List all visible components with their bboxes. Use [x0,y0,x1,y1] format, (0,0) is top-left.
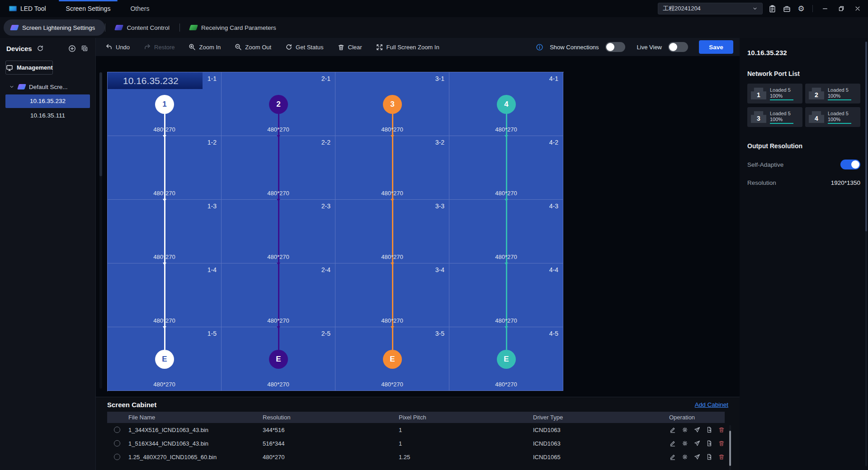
cabinet-cell-label: 1-5 [208,330,217,337]
port-marker-start[interactable]: 4 [497,95,516,114]
delete-icon[interactable] [718,453,725,461]
settings-icon[interactable] [681,426,689,433]
panel-scrollbar[interactable] [865,42,867,466]
connection-arrow-icon [505,199,508,202]
subtab-receiving-card[interactable]: Receiving Card Parameters [180,24,286,31]
cabinet-cell-size: 480*270 [449,126,563,133]
tab-screen-settings-label: Screen Settings [66,5,111,12]
port-meta: Loaded 5100% [828,87,851,100]
network-port-card[interactable]: 4Loaded 5100% [805,107,860,127]
resolution-value: 1920*1350 [831,179,860,186]
cabinet-cell-label: 4-3 [549,202,558,210]
live-view-label: Live View [637,44,662,51]
settings-icon[interactable] [681,440,689,447]
app-window: LED Tool Screen Settings Others 工程202412… [0,0,868,470]
row-radio-button[interactable] [114,454,120,460]
canvas-device-header: 10.16.35.232 [108,72,203,89]
live-view-toggle[interactable] [668,42,688,52]
table-row[interactable]: 1.25_480X270_ICND1065_60.bin480*2701.25I… [107,450,725,464]
zoom-in-icon [189,43,196,51]
subtab-screen-lightening[interactable]: Screen Lightening Settings [4,19,105,36]
clear-button[interactable]: Clear [337,43,362,51]
self-adaptive-toggle[interactable] [840,160,860,169]
subtab-content-control[interactable]: Content Control [105,24,179,31]
network-port-card[interactable]: 1Loaded 5100% [747,84,802,103]
port-marker-start[interactable]: 2 [269,95,288,114]
full-screen-zoom-button[interactable]: Full Screen Zoom In [376,43,439,51]
tab-screen-settings[interactable]: Screen Settings [56,0,121,17]
port-marker-start[interactable]: 3 [383,95,402,114]
canvas-scrollbar[interactable] [99,72,102,389]
send-icon[interactable] [693,426,701,433]
toolbox-icon[interactable] [782,4,792,14]
zoom-out-button[interactable]: Zoom Out [234,43,271,51]
project-dropdown[interactable]: 工程20241204 [658,3,763,14]
cabinet-cell-size: 480*270 [108,254,221,260]
undo-button[interactable]: Undo [105,43,130,51]
content-control-icon [114,25,123,30]
add-cabinet-link[interactable]: Add Cabinet [695,401,728,408]
port-marker-end[interactable]: E [383,350,402,369]
zoom-in-button[interactable]: Zoom In [189,43,221,51]
cabinet-cell-label: 2-2 [321,139,330,146]
network-port-card[interactable]: 2Loaded 5100% [805,84,860,103]
edit-icon[interactable] [669,453,676,461]
management-button[interactable]: Management [5,61,53,75]
device-item-232[interactable]: 10.16.35.232 [5,94,90,108]
refresh-devices-icon[interactable] [36,44,45,53]
settings-icon[interactable] [681,453,689,461]
tab-others[interactable]: Others [120,0,159,17]
connection-arrow-icon [391,326,394,329]
connection-arrow-icon [505,135,508,138]
port-percent: 100% [770,93,793,100]
cabinet-cell-size: 480*270 [335,317,449,324]
show-connections-toggle[interactable] [605,42,625,52]
tab-led-tool[interactable]: LED Tool [0,0,56,17]
save-button[interactable]: Save [699,40,733,54]
col-pixel-pitch: Pixel Pitch [396,414,530,421]
edit-icon[interactable] [669,440,676,447]
table-row[interactable]: 1_344X516_ICND1063_43.bin344*5161ICND106… [107,423,725,437]
export-file-icon[interactable] [706,453,713,461]
screen-canvas[interactable]: 10.16.35.232 1-1480*2702-1480*2703-1480*… [96,56,740,397]
tree-group-default-screen[interactable]: Default Scre... [0,80,95,94]
checklist-icon[interactable] [767,4,777,14]
send-icon[interactable] [693,453,701,461]
table-row[interactable]: 1_516X344_ICND1063_43.bin516*3441ICND106… [107,437,725,450]
gear-icon[interactable]: ⚙ [796,4,806,14]
management-label: Management [17,64,52,71]
operation-cell [666,426,725,433]
cabinet-grid: 10.16.35.232 1-1480*2702-1480*2703-1480*… [107,72,564,391]
row-radio-button[interactable] [114,427,120,433]
get-status-button[interactable]: Get Status [285,43,323,51]
cabinet-cell-size: 480*270 [222,381,335,388]
port-marker-end[interactable]: E [155,350,174,369]
port-marker-end[interactable]: E [269,350,288,369]
edit-icon[interactable] [669,426,676,433]
export-file-icon[interactable] [706,426,713,433]
resolution-cell: 344*516 [259,427,396,433]
connection-arrow-icon [163,135,166,138]
cabinet-cell-size: 480*270 [108,190,221,197]
delete-icon[interactable] [718,426,725,433]
divider [812,5,813,12]
table-scrollbar[interactable] [729,425,731,470]
row-radio-button[interactable] [114,440,120,446]
close-button[interactable] [852,3,863,14]
copy-add-icon[interactable] [80,44,89,53]
restore-button[interactable]: Restore [143,43,175,51]
network-port-card[interactable]: 3Loaded 5100% [747,107,802,127]
pixel-pitch-cell: 1 [396,427,530,433]
export-file-icon[interactable] [706,440,713,447]
port-marker-start[interactable]: 1 [155,95,174,114]
port-marker-end[interactable]: E [497,350,516,369]
driver-type-cell: ICND1065 [530,454,666,461]
minimize-button[interactable] [819,3,831,14]
add-device-icon[interactable] [67,44,76,53]
delete-icon[interactable] [718,440,725,447]
device-item-111[interactable]: 10.16.35.111 [5,109,90,122]
send-icon[interactable] [693,440,701,447]
connection-arrow-icon [391,199,394,202]
restore-window-button[interactable] [835,3,847,14]
connection-arrow-icon [391,135,394,138]
